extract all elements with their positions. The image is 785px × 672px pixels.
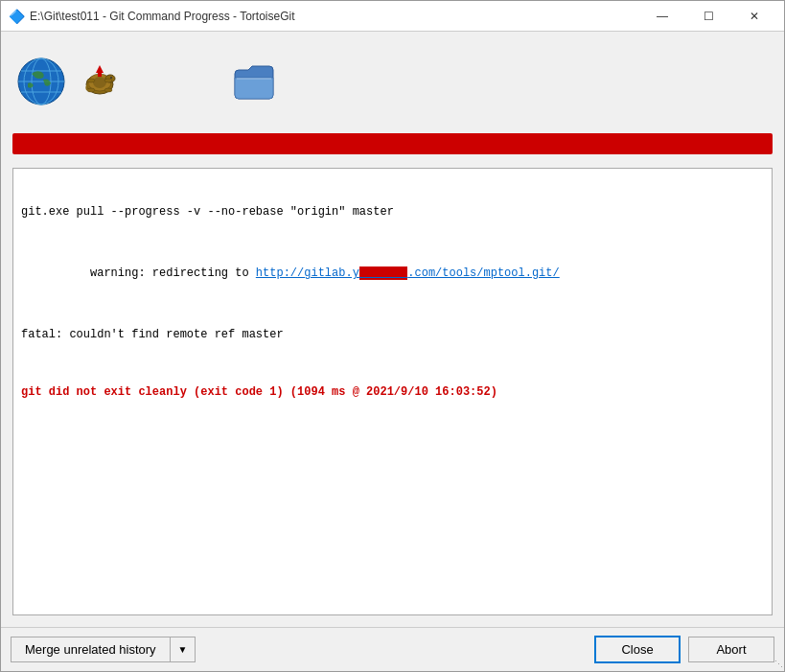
log-link-visible: http://gitlab.y	[256, 266, 359, 280]
merge-button-group: Merge unrelated history ▼	[11, 637, 196, 662]
close-window-button[interactable]: ✕	[732, 1, 776, 32]
folder-icon	[229, 57, 279, 106]
titlebar: 🔷 E:\Git\test011 - Git Command Progress …	[1, 1, 784, 32]
log-exit-error: git did not exit cleanly (exit code 1) (…	[21, 385, 497, 399]
log-warning-prefix: warning: redirecting to	[90, 266, 256, 280]
window-controls: — ☐ ✕	[640, 1, 776, 32]
tortoise-icon	[78, 59, 122, 104]
minimize-button[interactable]: —	[640, 1, 684, 32]
main-window: 🔷 E:\Git\test011 - Git Command Progress …	[0, 0, 785, 672]
bottom-bar: Merge unrelated history ▼ Close Abort	[1, 627, 784, 671]
log-command: git.exe pull --progress -v --no-rebase "…	[21, 205, 394, 219]
window-title: E:\Git\test011 - Git Command Progress - …	[30, 10, 640, 23]
log-fatal: fatal: couldn't find remote ref master	[21, 328, 284, 341]
log-line-2: warning: redirecting to http://gitlab.yX…	[21, 247, 764, 299]
svg-point-8	[93, 77, 106, 88]
svg-point-12	[104, 88, 112, 92]
progress-bar	[12, 133, 773, 154]
icons-row	[12, 43, 773, 120]
abort-button[interactable]: Abort	[688, 637, 774, 662]
merge-unrelated-history-button[interactable]: Merge unrelated history	[11, 637, 170, 662]
log-link[interactable]: http://gitlab.yXXXXXXX.com/tools/mptool.…	[256, 266, 560, 280]
close-button[interactable]: Close	[594, 636, 681, 663]
svg-point-14	[104, 79, 112, 82]
svg-rect-16	[98, 72, 102, 77]
log-link-suffix: .com/tools/mptool.git/	[407, 266, 559, 280]
app-icon: 🔷	[9, 9, 24, 24]
log-link-redacted: XXXXXXX	[359, 266, 407, 280]
svg-marker-15	[96, 65, 104, 73]
svg-point-10	[110, 77, 112, 79]
svg-point-11	[87, 88, 95, 92]
merge-dropdown-button[interactable]: ▼	[170, 637, 196, 662]
resize-handle[interactable]: ⋱	[772, 659, 783, 670]
maximize-button[interactable]: ☐	[686, 1, 730, 32]
globe-icon	[16, 57, 66, 106]
svg-point-13	[87, 79, 95, 82]
log-line-1: git.exe pull --progress -v --no-rebase "…	[21, 203, 764, 220]
log-output: git.exe pull --progress -v --no-rebase "…	[12, 168, 773, 615]
log-line-3: fatal: couldn't find remote ref master	[21, 326, 764, 343]
log-line-error: git did not exit cleanly (exit code 1) (…	[21, 383, 764, 401]
content-area: git.exe pull --progress -v --no-rebase "…	[1, 32, 784, 627]
